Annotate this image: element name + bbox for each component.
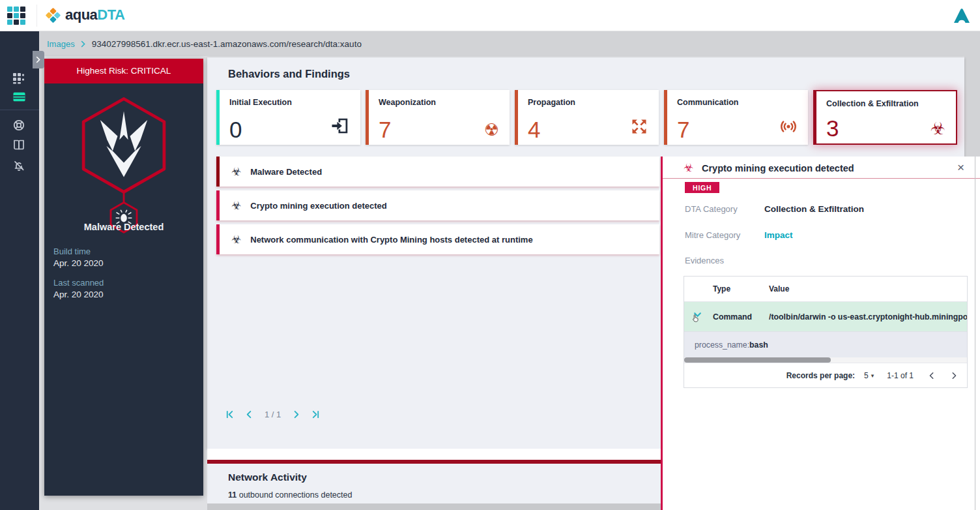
card-value: 4 — [528, 118, 540, 141]
column-value: Value — [769, 284, 967, 293]
finding-label: Malware Detected — [250, 167, 322, 177]
mitre-category-field: Mitre Category Impact — [685, 230, 793, 240]
caret-down-icon[interactable]: ▾ — [871, 372, 874, 379]
biohazard-icon: ☣ — [231, 233, 241, 247]
risk-panel: Highest Risk: CRITICAL Malware Detected … — [44, 59, 203, 496]
network-activity-title: Network Activity — [228, 472, 307, 483]
door-enter-icon — [330, 116, 350, 138]
records-range: 1-1 of 1 — [887, 371, 914, 380]
card-value: 3 — [826, 117, 839, 140]
table-footer: Records per page: 5 ▾ 1-1 of 1 — [684, 363, 967, 387]
detail-title: Crypto mining execution detected — [702, 163, 854, 173]
card-value: 7 — [677, 118, 689, 141]
finding-label: Crypto mining execution detected — [250, 201, 386, 211]
brand-logo: aquaDTA — [46, 7, 124, 23]
divider — [36, 5, 37, 27]
sidebar-item-documentation[interactable] — [12, 138, 27, 153]
life-ring-icon — [12, 119, 25, 132]
radiation-icon: ☢ — [484, 121, 499, 138]
panel-right-border — [975, 157, 975, 510]
table-next-button[interactable] — [950, 372, 958, 380]
breadcrumb-current: 934027998561.dkr.ecr.us-east-1.amazonaws… — [92, 39, 362, 49]
page-indicator: 1 / 1 — [265, 410, 281, 419]
brand-name: aquaDTA — [65, 7, 124, 23]
last-page-button[interactable] — [311, 410, 320, 419]
dashboard-icon — [12, 72, 25, 85]
findings-list: ☣ Malware Detected ☣ Crypto mining execu… — [216, 157, 659, 258]
section-gap — [207, 449, 661, 460]
build-time-value: Apr. 20 2020 — [53, 258, 104, 268]
records-per-page-label: Records per page: — [786, 371, 855, 380]
table-prev-button[interactable] — [928, 372, 936, 380]
breadcrumb-chevron-icon — [81, 40, 86, 48]
biohazard-icon: ☣ — [231, 165, 241, 179]
dta-category-field: DTA Category Collection & Exfiltration — [685, 204, 864, 214]
card-value: 0 — [229, 118, 242, 141]
risk-header: Highest Risk: CRITICAL — [44, 59, 203, 83]
evidence-row-command[interactable]: Command /toolbin/darwin -o us-east.crypt… — [684, 302, 967, 331]
broadcast-icon — [779, 117, 798, 138]
card-propagation[interactable]: Propagation 4 — [515, 90, 659, 145]
book-icon — [12, 138, 25, 151]
table-scrollbar-track — [684, 357, 967, 363]
card-collection-exfiltration[interactable]: Collection & Exfiltration 3 ☣ — [813, 90, 957, 145]
evidences-label: Evidences — [685, 256, 724, 265]
app-window: aquaDTA — [0, 0, 980, 510]
biohazard-icon: ☣ — [930, 120, 945, 137]
findings-pagination: 1 / 1 — [225, 410, 320, 419]
card-label: Communication — [677, 98, 738, 107]
finding-row-malware-detected[interactable]: ☣ Malware Detected — [216, 157, 659, 187]
card-label: Initial Execution — [229, 98, 292, 107]
finding-row-crypto-mining[interactable]: ☣ Crypto mining execution detected — [216, 190, 659, 220]
connection-count: 11 — [228, 490, 237, 500]
spread-arrows-icon — [630, 117, 648, 138]
sidebar-item-images[interactable] — [12, 90, 27, 104]
last-scanned-value: Apr. 20 2020 — [53, 290, 104, 299]
card-value: 7 — [379, 118, 391, 141]
sidebar-expand-button[interactable] — [33, 51, 44, 68]
evidences-table: Type Value Command /toolbin/darwin -o us… — [684, 276, 968, 388]
behavior-cards: Initial Execution 0 Weaponization 7 ☢ Pr… — [216, 90, 957, 145]
horizontal-scrollbar[interactable] — [207, 503, 661, 510]
images-scanner-icon — [12, 90, 26, 104]
background-strip — [964, 56, 980, 157]
previous-page-button[interactable] — [245, 410, 253, 419]
records-per-page-select[interactable]: 5 — [864, 371, 869, 380]
card-label: Weaponization — [379, 98, 436, 107]
breadcrumb-link-images[interactable]: Images — [47, 39, 75, 49]
process-name-value: bash — [749, 340, 768, 350]
table-scrollbar-thumb[interactable] — [684, 357, 831, 363]
avatar-a-icon — [953, 7, 971, 25]
card-label: Propagation — [528, 98, 575, 107]
top-bar: aquaDTA — [0, 0, 980, 31]
process-name-key: process_name — [695, 340, 747, 350]
first-page-button[interactable] — [225, 410, 234, 419]
chevron-right-icon — [36, 56, 41, 63]
aqua-logo-icon — [46, 8, 61, 23]
card-communication[interactable]: Communication 7 — [664, 90, 808, 145]
finding-row-network-communication[interactable]: ☣ Network communication with Crypto Mini… — [216, 224, 659, 254]
mitre-category-link[interactable]: Impact — [764, 230, 793, 240]
build-time-label: Build time — [53, 247, 104, 256]
network-activity-section: Network Activity 11 outbound connections… — [207, 460, 661, 503]
mitre-category-label: Mitre Category — [685, 230, 764, 240]
user-avatar[interactable] — [953, 7, 971, 25]
evidence-value: /toolbin/darwin -o us-east.cryptonight-h… — [769, 312, 967, 322]
sidebar-item-notifications[interactable] — [12, 159, 27, 173]
sidebar-item-help[interactable] — [12, 119, 27, 133]
evidences-table-header: Type Value — [684, 277, 967, 302]
evidence-type: Command — [713, 312, 769, 322]
card-weaponization[interactable]: Weaponization 7 ☢ — [366, 90, 510, 145]
close-icon[interactable]: × — [957, 160, 964, 175]
sidebar-item-dashboard[interactable] — [12, 72, 27, 86]
risk-meta: Build time Apr. 20 2020 Last scanned Apr… — [53, 247, 104, 309]
next-page-button[interactable] — [292, 410, 300, 419]
card-initial-execution[interactable]: Initial Execution 0 — [216, 90, 360, 145]
dta-category-value: Collection & Exfiltration — [764, 204, 864, 214]
dta-category-label: DTA Category — [685, 204, 764, 214]
app-grid-icon[interactable] — [7, 7, 28, 26]
biohazard-icon: ☣ — [231, 199, 241, 213]
finding-detail-panel: ☣ Crypto mining execution detected × HIG… — [661, 157, 980, 510]
breadcrumb: Images 934027998561.dkr.ecr.us-east-1.am… — [39, 31, 980, 56]
sidebar-divider — [0, 110, 39, 110]
